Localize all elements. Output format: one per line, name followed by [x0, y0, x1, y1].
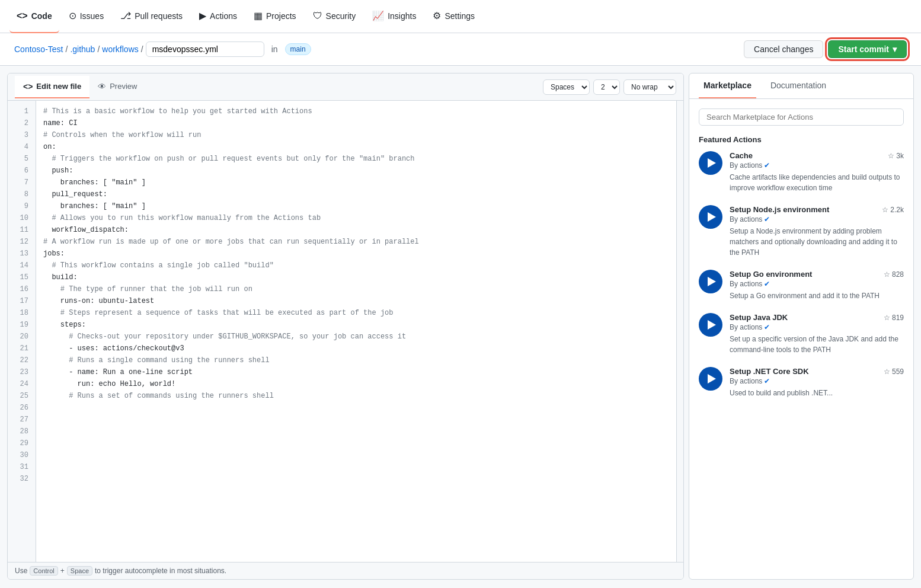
tab-edit-file[interactable]: <> Edit new file	[15, 76, 89, 98]
code-line: # Allows you to run this workflow manual…	[43, 212, 669, 224]
line-number: 28	[8, 426, 36, 437]
preview-icon: 👁	[98, 82, 106, 91]
action-card-setup-java[interactable]: Setup Java JDK ☆ 819 By actions ✔ Set up…	[699, 313, 904, 355]
star-icon: ☆	[888, 152, 894, 160]
status-suffix: to trigger autocomplete in most situatio…	[95, 567, 226, 575]
code-line: push:	[43, 165, 669, 177]
main-content: <> Edit new file 👁 Preview Spaces Tabs 2…	[0, 66, 921, 587]
breadcrumb-workflows[interactable]: workflows	[102, 44, 138, 54]
nav-issues[interactable]: ⊙ Issues	[62, 0, 111, 33]
code-area: 1234567891011121314151617181920212223242…	[8, 101, 683, 562]
line-number: 30	[8, 449, 36, 461]
action-title-setup-dotnet: Setup .NET Core SDK	[730, 367, 809, 376]
editor-panel: <> Edit new file 👁 Preview Spaces Tabs 2…	[7, 73, 684, 580]
breadcrumb: Contoso-Test / .github / workflows / in …	[14, 41, 311, 57]
line-number: 19	[8, 319, 36, 331]
scroll-track[interactable]	[676, 101, 683, 562]
line-number: 8	[8, 188, 36, 200]
action-avatar-cache	[699, 151, 722, 175]
spaces-select[interactable]: Spaces Tabs	[543, 79, 590, 95]
action-desc-setup-nodejs: Setup a Node.js environment by adding pr…	[730, 226, 904, 258]
action-desc-setup-java: Set up a specific version of the Java JD…	[730, 334, 904, 355]
action-card-setup-nodejs[interactable]: Setup Node.js environment ☆ 2.2k By acti…	[699, 205, 904, 258]
cancel-button[interactable]: Cancel changes	[744, 40, 823, 58]
action-card-setup-dotnet[interactable]: Setup .NET Core SDK ☆ 559 By actions ✔ U…	[699, 367, 904, 398]
code-line: # Controls when the workflow will run	[43, 129, 669, 141]
breadcrumb-github[interactable]: .github	[70, 44, 95, 54]
nav-code[interactable]: <> Code	[9, 0, 59, 33]
line-number: 7	[8, 177, 36, 188]
pull-requests-icon: ⎇	[120, 10, 131, 21]
editor-tab-group: <> Edit new file 👁 Preview	[15, 76, 145, 98]
code-content[interactable]: # This is a basic workflow to help you g…	[36, 101, 676, 562]
indent-select[interactable]: 2 4	[593, 79, 620, 95]
wrap-select[interactable]: No wrap Soft wrap	[623, 79, 676, 95]
code-line: run: echo Hello, world!	[43, 378, 669, 390]
tab-preview[interactable]: 👁 Preview	[89, 76, 145, 98]
line-number: 20	[8, 331, 36, 343]
action-by-setup-go: By actions ✔	[730, 280, 904, 288]
start-commit-button[interactable]: Start commit ▾	[828, 40, 907, 58]
line-number: 22	[8, 354, 36, 366]
action-card-setup-go[interactable]: Setup Go environment ☆ 828 By actions ✔ …	[699, 270, 904, 301]
verified-icon: ✔	[764, 323, 770, 331]
editor-tabs: <> Edit new file 👁 Preview Spaces Tabs 2…	[8, 74, 683, 101]
tab-preview-label: Preview	[110, 82, 137, 91]
nav-settings[interactable]: ⚙ Settings	[426, 0, 482, 33]
line-number: 29	[8, 437, 36, 449]
status-bar: Use Control + Space to trigger autocompl…	[8, 562, 683, 579]
verified-icon: ✔	[764, 280, 770, 288]
issues-icon: ⊙	[69, 10, 76, 21]
editor-controls: Spaces Tabs 2 4 No wrap Soft wrap	[543, 79, 676, 95]
tab-marketplace[interactable]: Marketplace	[699, 74, 756, 98]
tab-documentation[interactable]: Documentation	[766, 74, 831, 98]
breadcrumb-sep-1: /	[65, 44, 68, 54]
line-number: 31	[8, 461, 36, 473]
play-icon	[708, 374, 716, 384]
action-card-cache[interactable]: Cache ☆ 3k By actions ✔ Cache artifacts …	[699, 151, 904, 193]
nav-code-label: Code	[31, 11, 52, 21]
commit-dropdown-arrow: ▾	[893, 44, 897, 54]
nav-issues-label: Issues	[80, 11, 104, 21]
nav-actions[interactable]: ▶ Actions	[192, 0, 244, 33]
code-line: on:	[43, 141, 669, 153]
line-number: 23	[8, 366, 36, 378]
top-nav: <> Code ⊙ Issues ⎇ Pull requests ▶ Actio…	[0, 0, 921, 33]
code-line: pull_request:	[43, 188, 669, 200]
code-line: jobs:	[43, 248, 669, 260]
action-title-setup-nodejs: Setup Node.js environment	[730, 205, 829, 214]
code-line: # Steps represent a sequence of tasks th…	[43, 307, 669, 319]
code-line: - name: Run a one-line script	[43, 366, 669, 378]
action-buttons: Cancel changes Start commit ▾	[744, 40, 907, 58]
filename-input[interactable]	[146, 41, 264, 57]
line-number: 12	[8, 236, 36, 248]
line-number: 4	[8, 141, 36, 153]
code-line: runs-on: ubuntu-latest	[43, 295, 669, 307]
line-number: 6	[8, 165, 36, 177]
nav-security[interactable]: 🛡 Security	[306, 0, 363, 33]
marketplace-search[interactable]	[699, 108, 904, 126]
nav-settings-label: Settings	[444, 11, 475, 21]
code-line: name: CI	[43, 117, 669, 129]
action-info-setup-nodejs: Setup Node.js environment ☆ 2.2k By acti…	[730, 205, 904, 258]
play-icon	[708, 320, 716, 330]
space-key: Space	[67, 566, 92, 576]
nav-projects[interactable]: ▦ Projects	[247, 0, 303, 33]
code-line: build:	[43, 271, 669, 283]
breadcrumb-sep-2: /	[97, 44, 100, 54]
nav-insights-label: Insights	[388, 11, 416, 21]
status-plus: +	[60, 567, 65, 575]
action-stars-cache: ☆ 3k	[888, 152, 904, 160]
nav-pull-requests[interactable]: ⎇ Pull requests	[113, 0, 190, 33]
sidebar-panel: Marketplace Documentation Featured Actio…	[689, 73, 914, 580]
code-line: branches: [ "main" ]	[43, 200, 669, 212]
verified-icon: ✔	[764, 377, 770, 385]
action-header-setup-nodejs: Setup Node.js environment ☆ 2.2k	[730, 205, 904, 214]
star-icon: ☆	[884, 368, 890, 376]
line-number: 17	[8, 295, 36, 307]
featured-actions-title: Featured Actions	[699, 135, 904, 144]
breadcrumb-bar: Contoso-Test / .github / workflows / in …	[0, 33, 921, 66]
breadcrumb-repo[interactable]: Contoso-Test	[14, 44, 63, 54]
nav-insights[interactable]: 📈 Insights	[365, 0, 423, 33]
edit-icon: <>	[23, 82, 33, 91]
